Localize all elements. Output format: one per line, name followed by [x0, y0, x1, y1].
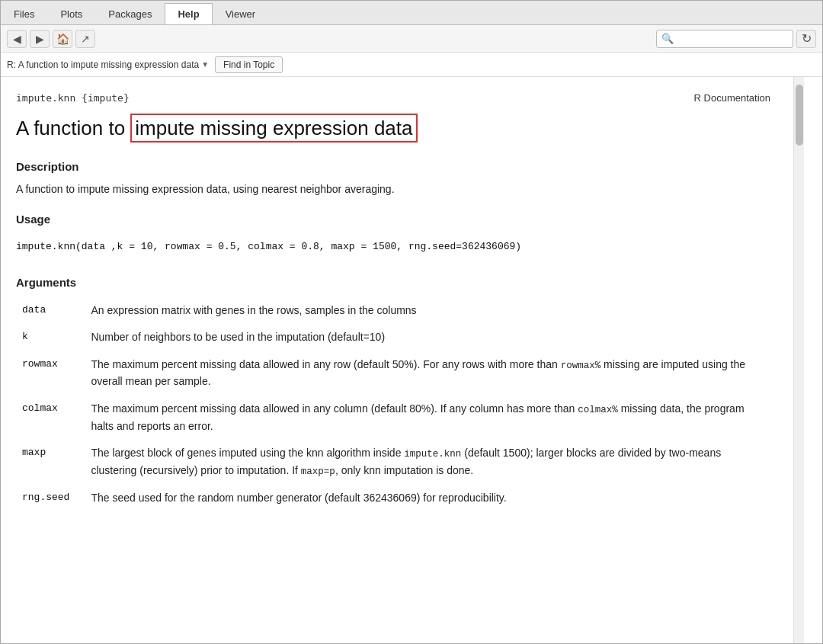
- table-row: rng.seed The seed used for the random nu…: [16, 484, 770, 511]
- table-row: rowmax The maximum percent missing data …: [16, 351, 770, 395]
- table-row: k Number of neighbors to be used in the …: [16, 323, 770, 351]
- table-row: colmax The maximum percent missing data …: [16, 395, 770, 439]
- doc-content: impute.knn {impute} R Documentation A fu…: [1, 77, 793, 643]
- arg-name-maxp: maxp: [16, 439, 85, 484]
- breadcrumb-link[interactable]: R: A function to impute missing expressi…: [7, 59, 209, 70]
- arg-name-colmax: colmax: [16, 395, 85, 439]
- help-panel: Files Plots Packages Help Viewer ◀ ▶ 🏠 ↗…: [0, 0, 823, 644]
- external-button[interactable]: ↗: [75, 30, 95, 48]
- forward-button[interactable]: ▶: [30, 30, 50, 48]
- doc-package: impute.knn {impute}: [16, 92, 130, 104]
- toolbar: ◀ ▶ 🏠 ↗ 🔍 ↻: [1, 25, 822, 53]
- tab-help[interactable]: Help: [165, 3, 212, 24]
- chevron-down-icon: ▼: [201, 60, 209, 69]
- arg-desc-k: Number of neighbors to be used in the im…: [85, 323, 770, 351]
- doc-header: impute.knn {impute} R Documentation: [16, 92, 770, 104]
- maxp-code2: maxp=p: [301, 466, 335, 477]
- description-body: A function to impute missing expression …: [16, 181, 770, 197]
- arg-name-rowmax: rowmax: [16, 351, 85, 395]
- arg-desc-rngseed: The seed used for the random number gene…: [85, 484, 770, 511]
- usage-heading: Usage: [16, 213, 770, 226]
- scrollbar[interactable]: [793, 77, 804, 643]
- arg-name-rngseed: rng.seed: [16, 484, 85, 511]
- arg-desc-data: An expression matrix with genes in the r…: [85, 296, 770, 324]
- doc-title-highlighted: impute missing expression data: [130, 114, 417, 143]
- refresh-button[interactable]: ↻: [796, 30, 816, 48]
- breadcrumb-bar: R: A function to impute missing expressi…: [1, 53, 822, 77]
- doc-rdoc: R Documentation: [694, 92, 770, 104]
- breadcrumb-label: R: A function to impute missing expressi…: [7, 59, 199, 70]
- table-row: maxp The largest block of genes imputed …: [16, 439, 770, 484]
- maxp-code: impute.knn: [404, 449, 461, 460]
- doc-title: A function to impute missing expression …: [16, 116, 770, 142]
- arg-desc-colmax: The maximum percent missing data allowed…: [85, 395, 770, 439]
- tab-plots[interactable]: Plots: [47, 3, 95, 24]
- arg-name-k: k: [16, 323, 85, 351]
- description-heading: Description: [16, 160, 770, 173]
- maxp-text3: , only knn imputation is done.: [335, 464, 473, 476]
- tab-bar: Files Plots Packages Help Viewer: [1, 1, 822, 25]
- search-box: 🔍: [656, 30, 793, 48]
- home-button[interactable]: 🏠: [53, 30, 72, 48]
- arguments-heading: Arguments: [16, 276, 770, 289]
- tab-viewer[interactable]: Viewer: [213, 3, 269, 24]
- rowmax-code: rowmax%: [561, 360, 601, 371]
- doc-title-prefix: A function to: [16, 117, 130, 139]
- content-area[interactable]: impute.knn {impute} R Documentation A fu…: [1, 77, 822, 643]
- rowmax-text1: The maximum percent missing data allowed…: [91, 358, 560, 370]
- tab-files[interactable]: Files: [1, 3, 47, 24]
- tab-packages[interactable]: Packages: [95, 3, 165, 24]
- find-in-topic-button[interactable]: Find in Topic: [215, 56, 283, 73]
- arguments-table: data An expression matrix with genes in …: [16, 296, 770, 511]
- colmax-text1: The maximum percent missing data allowed…: [91, 402, 578, 415]
- scrollbar-thumb[interactable]: [796, 85, 803, 146]
- maxp-text1: The largest block of genes imputed using…: [91, 447, 404, 459]
- usage-code: impute.knn(data ,k = 10, rowmax = 0.5, c…: [16, 233, 770, 261]
- search-input[interactable]: [674, 34, 788, 44]
- arg-desc-rowmax: The maximum percent missing data allowed…: [85, 351, 770, 395]
- table-row: data An expression matrix with genes in …: [16, 296, 770, 324]
- back-button[interactable]: ◀: [7, 30, 27, 48]
- search-icon: 🔍: [661, 33, 674, 44]
- arg-name-data: data: [16, 296, 85, 324]
- arg-desc-maxp: The largest block of genes imputed using…: [85, 439, 770, 484]
- colmax-code: colmax%: [578, 405, 618, 415]
